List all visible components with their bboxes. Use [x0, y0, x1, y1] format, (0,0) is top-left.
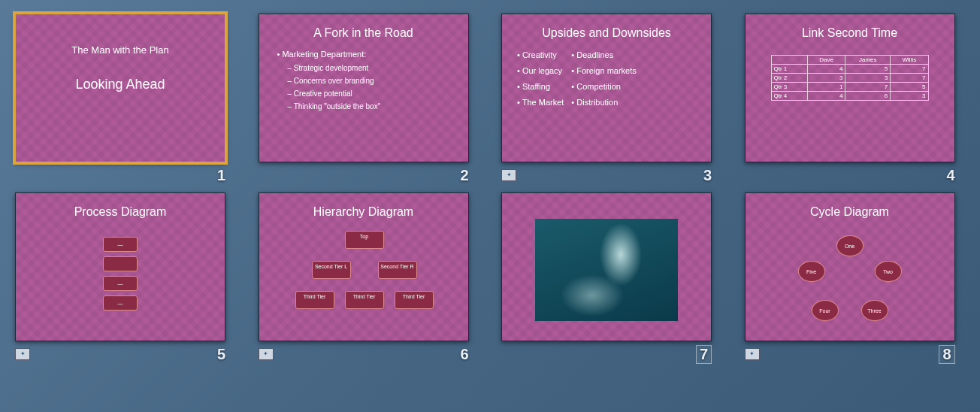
hier-node: Third Tier: [295, 291, 334, 309]
slide-thumbnail: A Fork in the Road Marketing Department:…: [259, 14, 469, 162]
slide-subtitle: Looking Ahead: [16, 77, 225, 92]
slide-sorter: The Man with the Plan Looking Ahead 1 A …: [0, 0, 980, 377]
hier-node: Top: [345, 231, 384, 249]
slide-2[interactable]: A Fork in the Road Marketing Department:…: [259, 14, 479, 185]
cycle-node: Four: [812, 300, 839, 321]
slide-3[interactable]: Upsides and Downsides Creativity Our leg…: [501, 14, 722, 185]
slide-number: 1: [217, 167, 225, 184]
bullet: Foreign markets: [571, 63, 636, 79]
slide-1[interactable]: The Man with the Plan Looking Ahead 1: [15, 14, 236, 185]
animation-icon: [745, 348, 760, 360]
process-step: —: [103, 276, 138, 291]
cycle-node: Two: [875, 261, 902, 282]
slide-6[interactable]: Hierarchy Diagram Top Second Tier L Seco…: [259, 192, 479, 364]
bullet: The Market: [517, 95, 564, 111]
bullet: Our legacy: [517, 63, 564, 79]
bullet: Distribution: [571, 95, 636, 111]
slide-title: The Man with the Plan: [16, 44, 225, 56]
process-step: —: [103, 237, 138, 252]
slide-heading: Upsides and Downsides: [502, 14, 711, 47]
hier-node: Second Tier R: [378, 261, 417, 279]
hier-node: Third Tier: [345, 291, 384, 309]
slide-number: 4: [946, 167, 954, 184]
bullet: Deadlines: [571, 47, 636, 63]
data-table: Dave JamesWillis Qtr 1457 Qtr 2337 Qtr 3…: [771, 55, 929, 101]
slide-number: 2: [460, 167, 468, 184]
process-step: [103, 256, 138, 271]
process-diagram: — — —: [16, 237, 225, 311]
image-placeholder: [535, 219, 678, 321]
animation-icon: [501, 169, 516, 181]
slide-heading: Process Diagram: [16, 193, 225, 226]
hier-node: Second Tier L: [312, 261, 351, 279]
slide-thumbnail: The Man with the Plan Looking Ahead: [15, 14, 225, 162]
slide-number: 7: [696, 345, 712, 364]
slide-number: 3: [703, 167, 712, 184]
slide-number: 5: [217, 346, 225, 363]
bullet: Thinking "outside the box": [277, 100, 450, 113]
two-column-list: Creativity Our legacy Staffing The Marke…: [502, 47, 711, 111]
slide-heading: Cycle Diagram: [746, 193, 954, 226]
slide-thumbnail: Process Diagram — — —: [15, 192, 225, 341]
bullet: Strategic development: [277, 62, 450, 74]
cycle-node: One: [836, 235, 864, 256]
slide-thumbnail: [501, 192, 712, 341]
hier-node: Third Tier: [395, 291, 434, 309]
cycle-diagram: One Two Three Four Five: [794, 235, 906, 326]
slide-5[interactable]: Process Diagram — — — 5: [15, 192, 236, 364]
cycle-node: Three: [861, 300, 888, 321]
bullet: Competition: [571, 79, 636, 95]
bullet: Creativity: [517, 47, 564, 63]
hierarchy-diagram: Top Second Tier L Second Tier R Third Ti…: [259, 231, 468, 329]
cycle-node: Five: [798, 261, 825, 282]
slide-heading: Link Second Time: [746, 14, 954, 47]
slide-number: 8: [939, 345, 954, 364]
bullet: Concerns over branding: [277, 74, 450, 87]
bullet: Staffing: [517, 79, 564, 95]
bullet-list: Marketing Department: Strategic developm…: [259, 47, 468, 113]
slide-thumbnail: Cycle Diagram One Two Three Four Five: [745, 192, 955, 341]
slide-8[interactable]: Cycle Diagram One Two Three Four Five 8: [745, 192, 966, 364]
slide-number: 6: [460, 346, 468, 363]
slide-heading: Hierarchy Diagram: [259, 193, 468, 226]
slide-7[interactable]: 7: [501, 192, 722, 364]
animation-icon: [259, 348, 274, 360]
slide-thumbnail: Link Second Time Dave JamesWillis Qtr 14…: [745, 14, 955, 162]
animation-icon: [15, 348, 30, 360]
slide-thumbnail: Upsides and Downsides Creativity Our leg…: [501, 14, 712, 162]
bullet: Marketing Department:: [277, 47, 450, 62]
slide-thumbnail: Hierarchy Diagram Top Second Tier L Seco…: [259, 192, 469, 341]
slide-4[interactable]: Link Second Time Dave JamesWillis Qtr 14…: [745, 14, 966, 185]
slide-heading: A Fork in the Road: [259, 14, 468, 47]
bullet: Creative potential: [277, 87, 450, 100]
process-step: —: [103, 295, 138, 311]
